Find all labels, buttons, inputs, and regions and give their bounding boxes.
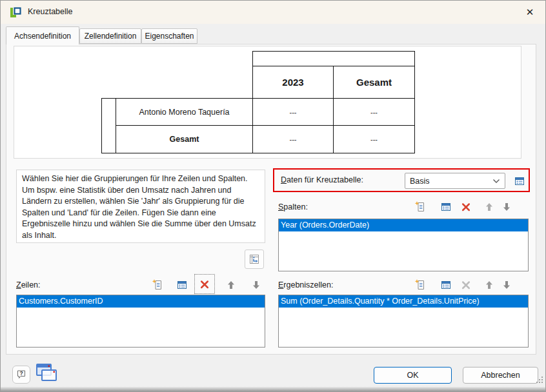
preview-data-cell: --- — [333, 98, 415, 126]
preview-row-label: Antonio Moreno Taquería — [116, 98, 253, 126]
list-item[interactable]: Customers.CustomerID — [17, 295, 265, 308]
columns-list[interactable]: Year (Orders.OrderDate) — [278, 219, 529, 271]
delete-icon — [460, 279, 472, 291]
kreuztabelle-dialog: Kreuztabelle ✕ Achsendefinition Zellende… — [0, 0, 546, 392]
label-rest: aten für Kreuztabelle: — [287, 175, 363, 184]
new-item-icon — [414, 279, 427, 291]
close-button[interactable]: ✕ — [521, 5, 539, 20]
result-cells-move-up-button[interactable] — [481, 277, 497, 293]
arrow-up-icon — [225, 279, 238, 291]
result-cells-add-button[interactable] — [412, 277, 428, 293]
preview-row-label-total: Gesamt — [116, 125, 253, 153]
svg-text:?: ? — [19, 370, 23, 377]
tab-zellendefinition[interactable]: Zellendefinition — [79, 28, 141, 44]
delete-icon — [460, 201, 472, 213]
preview-data-cell: --- — [252, 98, 334, 126]
result-cells-move-down-button[interactable] — [499, 277, 514, 293]
preview-data-cell: --- — [252, 125, 334, 153]
rows-move-down-button[interactable] — [248, 277, 264, 293]
list-item[interactable]: Year (Orders.OrderDate) — [279, 219, 528, 231]
rows-add-button[interactable] — [150, 277, 165, 293]
rows-move-up-button[interactable] — [223, 277, 239, 293]
properties-icon — [176, 279, 188, 291]
rows-list[interactable]: Customers.CustomerID — [16, 295, 265, 348]
window-bottom-shadow — [1, 387, 545, 391]
new-item-icon — [151, 279, 164, 291]
swap-axes-icon — [248, 253, 260, 265]
cancel-button[interactable]: Abbrechen — [463, 367, 538, 384]
window-title: Kreuztabelle — [28, 7, 73, 16]
result-cells-label: Ergebniszellen: — [278, 280, 333, 289]
preview-row-axis-cell — [101, 98, 116, 153]
preview-col-header: 2023 — [252, 66, 334, 99]
preview-windows-icon[interactable] — [34, 362, 60, 387]
cancel-label: Abbrechen — [481, 371, 520, 380]
close-icon: ✕ — [526, 6, 534, 18]
properties-icon — [513, 175, 526, 188]
columns-delete-button[interactable] — [458, 199, 474, 215]
arrow-down-icon — [250, 279, 263, 291]
columns-properties-button[interactable] — [438, 199, 454, 215]
ok-label: OK — [407, 371, 418, 380]
rows-properties-button[interactable] — [174, 277, 190, 293]
preview-data-cell: --- — [333, 125, 415, 153]
rows-label: Zeilen: — [16, 280, 41, 289]
ok-button[interactable]: OK — [374, 367, 452, 384]
delete-icon — [198, 278, 211, 291]
label-rest: rgebniszellen: — [283, 280, 333, 289]
tab-eigenschaften[interactable]: Eigenschaften — [141, 28, 197, 44]
data-source-select[interactable]: Basis — [405, 173, 505, 189]
columns-label: Spalten: — [278, 202, 308, 211]
help-button[interactable]: ? — [12, 366, 30, 384]
label-rest: eilen: — [21, 280, 41, 289]
preview-empty-header-cell — [252, 51, 415, 66]
help-icon: ? — [15, 369, 27, 380]
data-source-highlight: Daten für Kreuztabelle: Basis — [273, 168, 530, 192]
label-rest: palten: — [283, 202, 308, 211]
data-source-properties-button[interactable] — [512, 173, 527, 189]
new-item-icon — [414, 201, 427, 213]
properties-icon — [440, 201, 452, 213]
result-cells-list[interactable]: Sum (Order_Details.Quantity * Order_Deta… — [278, 295, 529, 348]
tab-label: Achsendefinition — [14, 32, 71, 41]
resize-grip-icon — [536, 377, 543, 384]
app-logo-icon — [9, 6, 22, 19]
properties-icon — [440, 279, 452, 291]
arrow-down-icon — [500, 201, 513, 213]
list-item[interactable]: Sum (Order_Details.Quantity * Order_Deta… — [279, 295, 528, 308]
data-source-label: Daten für Kreuztabelle: — [281, 175, 363, 184]
tab-label: Eigenschaften — [145, 32, 194, 41]
label-accel: D — [281, 175, 287, 184]
arrow-up-icon — [483, 279, 496, 291]
arrow-down-icon — [500, 279, 513, 291]
resize-grip[interactable] — [536, 375, 543, 386]
result-cells-delete-button-disabled[interactable] — [458, 277, 474, 293]
tab-achsendefinition[interactable]: Achsendefinition — [6, 26, 79, 44]
arrow-up-icon — [483, 201, 496, 213]
chevron-down-icon — [492, 179, 500, 184]
tab-label: Zellendefinition — [85, 32, 137, 41]
columns-add-button[interactable] — [412, 199, 428, 215]
select-value: Basis — [410, 177, 430, 186]
swap-axes-button[interactable] — [245, 250, 264, 269]
titlebar: Kreuztabelle ✕ — [1, 1, 545, 24]
preview-col-header: Gesamt — [333, 66, 415, 99]
label-accel: Z — [16, 280, 21, 289]
description-text: Wählen Sie hier die Gruppierungen für Ih… — [16, 170, 265, 243]
columns-move-down-button[interactable] — [499, 199, 514, 215]
result-cells-properties-button[interactable] — [438, 277, 454, 293]
rows-delete-button[interactable] — [194, 274, 215, 294]
columns-move-up-button[interactable] — [481, 199, 497, 215]
